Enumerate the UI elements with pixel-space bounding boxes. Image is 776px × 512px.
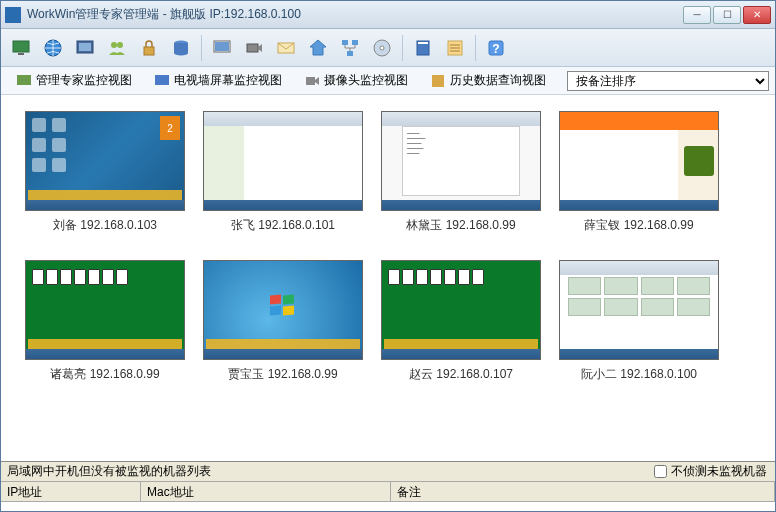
svg-rect-10 [215,42,229,51]
svg-rect-0 [13,41,29,52]
tab-label: 管理专家监控视图 [36,72,132,89]
tab-history-view[interactable]: 历史数据查询视图 [421,68,555,93]
separator [475,35,476,61]
bottom-panel: 局域网中开机但没有被监视的机器列表 不侦测未监视机器 IP地址 Mac地址 备注 [1,461,775,502]
svg-point-6 [117,42,123,48]
thumbnail[interactable]: 阮小二 192.168.0.100 [559,260,719,383]
help-icon[interactable]: ? [482,34,510,62]
sort-container: 按备注排序 [567,71,769,91]
close-button[interactable]: ✕ [743,6,771,24]
toolbar: ? [1,29,775,67]
minimize-button[interactable]: ─ [683,6,711,24]
lock-icon[interactable] [135,34,163,62]
svg-rect-4 [79,43,91,51]
tab-camera-view[interactable]: 摄像头监控视图 [295,68,417,93]
window-controls: ─ ☐ ✕ [683,6,771,24]
screen-icon[interactable] [71,34,99,62]
home-icon[interactable] [304,34,332,62]
svg-text:?: ? [492,42,499,56]
screenshot-preview [381,260,541,360]
titlebar: WorkWin管理专家管理端 - 旗舰版 IP:192.168.0.100 ─ … [1,1,775,29]
tab-label: 历史数据查询视图 [450,72,546,89]
thumbnail[interactable]: 贾宝玉 192.168.0.99 [203,260,363,383]
globe-icon[interactable] [39,34,67,62]
monitor-icon [16,73,32,89]
camera-icon [304,73,320,89]
screenshot-preview: 2 [25,111,185,211]
tab-tvwall-view[interactable]: 电视墙屏幕监控视图 [145,68,291,93]
separator [402,35,403,61]
thumbnail-caption: 阮小二 192.168.0.100 [581,366,697,383]
thumbnail[interactable]: 诸葛亮 192.168.0.99 [25,260,185,383]
tab-manager-view[interactable]: 管理专家监控视图 [7,68,141,93]
screenshot-preview [203,260,363,360]
sort-select[interactable]: 按备注排序 [567,71,769,91]
thumbnail-caption: 诸葛亮 192.168.0.99 [50,366,159,383]
main-content[interactable]: 2刘备 192.168.0.103张飞 192.168.0.101━━━━━━━… [1,95,775,461]
display-icon[interactable] [208,34,236,62]
svg-rect-1 [18,53,24,55]
thumbnail[interactable]: 2刘备 192.168.0.103 [25,111,185,234]
thumbnail[interactable]: 赵云 192.168.0.107 [381,260,541,383]
svg-point-5 [111,42,117,48]
col-note[interactable]: 备注 [391,482,775,501]
bottom-title: 局域网中开机但没有被监视的机器列表 [1,463,646,480]
detect-checkbox-label[interactable]: 不侦测未监视机器 [646,463,775,480]
network-icon[interactable] [336,34,364,62]
thumbnail-caption: 林黛玉 192.168.0.99 [406,217,515,234]
thumbnail-caption: 刘备 192.168.0.103 [53,217,157,234]
svg-rect-25 [306,77,315,85]
disc-icon[interactable] [368,34,396,62]
thumbnail[interactable]: 薛宝钗 192.168.0.99 [559,111,719,234]
svg-rect-19 [418,42,428,44]
svg-point-17 [380,46,384,50]
thumbnail-caption: 赵云 192.168.0.107 [409,366,513,383]
svg-rect-13 [342,40,348,45]
window-title: WorkWin管理专家管理端 - 旗舰版 IP:192.168.0.100 [27,6,683,23]
database-icon[interactable] [167,34,195,62]
thumbnail-caption: 张飞 192.168.0.101 [231,217,335,234]
svg-rect-26 [432,75,444,87]
svg-rect-23 [17,75,31,85]
col-mac[interactable]: Mac地址 [141,482,391,501]
screenshot-preview [203,111,363,211]
monitor-icon[interactable] [7,34,35,62]
detect-checkbox[interactable] [654,465,667,478]
screenshot-preview: ━━━━━━━━━━━━━━━━━━━━━━━━━━━━━━━━━━━━ [381,111,541,211]
separator [201,35,202,61]
thumbnail-grid: 2刘备 192.168.0.103张飞 192.168.0.101━━━━━━━… [25,111,751,383]
svg-rect-7 [144,47,154,55]
svg-rect-14 [352,40,358,45]
column-headers: IP地址 Mac地址 备注 [1,482,775,502]
svg-rect-15 [347,51,353,56]
book-icon[interactable] [409,34,437,62]
history-icon [430,73,446,89]
thumbnail[interactable]: 张飞 192.168.0.101 [203,111,363,234]
svg-rect-11 [247,44,258,52]
screenshot-preview [559,260,719,360]
tv-icon [154,73,170,89]
screenshot-preview [559,111,719,211]
svg-rect-24 [155,75,169,85]
view-tabs: 管理专家监控视图 电视墙屏幕监控视图 摄像头监控视图 历史数据查询视图 按备注排… [1,67,775,95]
thumbnail-caption: 薛宝钗 192.168.0.99 [584,217,693,234]
mail-icon[interactable] [272,34,300,62]
col-ip[interactable]: IP地址 [1,482,141,501]
maximize-button[interactable]: ☐ [713,6,741,24]
camera-icon[interactable] [240,34,268,62]
list-icon[interactable] [441,34,469,62]
bottom-header: 局域网中开机但没有被监视的机器列表 不侦测未监视机器 [1,462,775,482]
tab-label: 电视墙屏幕监控视图 [174,72,282,89]
screenshot-preview [25,260,185,360]
thumbnail[interactable]: ━━━━━━━━━━━━━━━━━━━━━━━━━━━━━━━━━━━━林黛玉 … [381,111,541,234]
users-icon[interactable] [103,34,131,62]
app-icon [5,7,21,23]
thumbnail-caption: 贾宝玉 192.168.0.99 [228,366,337,383]
tab-label: 摄像头监控视图 [324,72,408,89]
